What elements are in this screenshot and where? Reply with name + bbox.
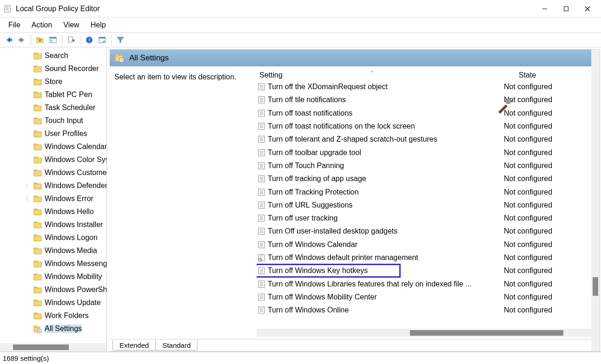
setting-row[interactable]: Turn off Windows OnlineNot configured <box>257 304 600 317</box>
svg-text:?: ? <box>88 37 91 43</box>
menu-action[interactable]: Action <box>27 19 57 31</box>
export-list-button[interactable] <box>65 34 77 46</box>
menu-file[interactable]: File <box>4 19 25 31</box>
svg-rect-23 <box>34 67 41 72</box>
window-title: Local Group Policy Editor <box>16 5 100 13</box>
svg-rect-69 <box>119 58 124 62</box>
column-header-setting[interactable]: Setting ⌃ <box>257 71 505 79</box>
minimize-button[interactable] <box>534 1 555 16</box>
tree-item[interactable]: Windows Messenger <box>0 257 106 270</box>
svg-rect-53 <box>34 262 41 267</box>
svg-rect-31 <box>34 119 41 124</box>
folder-icon <box>33 130 42 137</box>
tree-item[interactable]: Work Folders <box>0 309 106 322</box>
setting-icon <box>258 175 266 183</box>
tree-item-label: Windows Calendar <box>45 143 106 151</box>
setting-row[interactable]: Turn off tracking of app usageNot config… <box>257 172 600 185</box>
tree-item[interactable]: Windows Media <box>0 244 106 257</box>
setting-row[interactable]: Turn off Windows Libraries features that… <box>257 277 600 290</box>
setting-state: Not configured <box>504 214 578 222</box>
forward-button[interactable] <box>16 34 28 46</box>
column-header-state[interactable]: State <box>505 71 575 79</box>
tree-item[interactable]: Windows Hello <box>0 205 106 218</box>
help-button[interactable]: ? <box>83 34 95 46</box>
setting-icon <box>258 280 266 288</box>
tree-item[interactable]: Touch Input <box>0 114 106 127</box>
back-button[interactable] <box>3 34 15 46</box>
setting-state: Not configured <box>504 175 578 183</box>
svg-rect-15 <box>68 37 73 42</box>
setting-row[interactable]: Turn off Windows default printer managem… <box>257 251 600 264</box>
setting-state: Not configured <box>504 293 578 301</box>
tree-item[interactable]: 〉Windows Defender <box>0 179 106 192</box>
tree-item-all-settings[interactable]: All Settings <box>0 322 106 335</box>
svg-rect-21 <box>34 54 41 59</box>
tree-item[interactable]: Search <box>0 49 106 62</box>
right-vertical-scrollbar[interactable] <box>591 50 600 351</box>
right-pane: All Settings Select an item to view its … <box>110 49 600 351</box>
svg-rect-33 <box>34 132 41 137</box>
setting-row[interactable]: Turn off user trackingNot configured <box>257 212 600 225</box>
properties-button[interactable] <box>96 34 108 46</box>
folder-icon <box>33 286 42 293</box>
tree-item-label: Search <box>45 52 68 60</box>
tree-item[interactable]: Task Scheduler <box>0 101 106 114</box>
filter-button[interactable] <box>114 34 126 46</box>
setting-name: Turn Off user-installed desktop gadgets <box>268 227 504 235</box>
tree-item[interactable]: Windows Update <box>0 296 106 309</box>
tab-extended[interactable]: Extended <box>112 340 156 351</box>
setting-row[interactable]: Turn off tile notificationsNot configure… <box>257 93 600 106</box>
setting-row[interactable]: Turn off Tracking ProtectionNot configur… <box>257 185 600 198</box>
tab-standard[interactable]: Standard <box>155 340 198 351</box>
svg-rect-49 <box>34 236 41 241</box>
setting-row[interactable]: Turn Off user-installed desktop gadgetsN… <box>257 225 600 238</box>
folder-icon <box>33 195 42 202</box>
expand-caret-icon[interactable]: 〉 <box>25 195 32 202</box>
setting-row[interactable]: Turn off toolbar upgrade toolNot configu… <box>257 146 600 159</box>
folder-icon <box>33 156 42 163</box>
tree-item[interactable]: Store <box>0 75 106 88</box>
tree-item[interactable]: Windows Installer <box>0 218 106 231</box>
close-button[interactable] <box>577 1 598 16</box>
tree-item[interactable]: 〉Windows Error <box>0 192 106 205</box>
up-folder-button[interactable] <box>34 34 46 46</box>
tree-item[interactable]: Windows Color System <box>0 153 106 166</box>
tree-item-label: User Profiles <box>45 130 87 138</box>
tree-item[interactable]: Windows Calendar <box>0 140 106 153</box>
tree-item[interactable]: User Profiles <box>0 127 106 140</box>
settings-list[interactable]: Turn off the XDomainRequest objectNot co… <box>257 80 600 329</box>
tree-item[interactable]: Windows Logon <box>0 231 106 244</box>
tree-list[interactable]: SearchSound RecorderStoreTablet PC PenTa… <box>0 47 106 343</box>
tree-item[interactable]: Windows PowerShell <box>0 283 106 296</box>
settings-list-column: Setting ⌃ State Turn off the XDomainRequ… <box>257 66 600 339</box>
expand-caret-icon[interactable]: 〉 <box>25 182 32 189</box>
setting-row[interactable]: Turn off Windows Key hotkeysNot configur… <box>257 264 600 277</box>
folder-icon <box>33 65 42 72</box>
svg-rect-59 <box>34 301 41 306</box>
tree-item-label: Sound Recorder <box>45 65 99 73</box>
setting-row[interactable]: Turn off toast notificationsNot configur… <box>257 107 600 120</box>
show-hide-tree-button[interactable] <box>47 34 59 46</box>
tree-item[interactable]: Windows Mobility <box>0 270 106 283</box>
list-horizontal-scrollbar[interactable] <box>257 329 600 337</box>
menu-view[interactable]: View <box>59 19 84 31</box>
setting-row[interactable]: Turn off URL SuggestionsNot configured <box>257 199 600 212</box>
svg-rect-63 <box>34 326 37 327</box>
setting-row[interactable]: Turn off Windows CalendarNot configured <box>257 238 600 251</box>
setting-row[interactable]: Turn off tolerant and Z-shaped scratch-o… <box>257 133 600 146</box>
tree-item[interactable]: Tablet PC Pen <box>0 88 106 101</box>
tree-horizontal-scrollbar[interactable] <box>0 343 106 351</box>
tree-item[interactable]: Sound Recorder <box>0 62 106 75</box>
menu-help[interactable]: Help <box>86 19 111 31</box>
svg-rect-51 <box>34 249 41 254</box>
setting-state: Not configured <box>504 162 578 170</box>
tree-item[interactable]: Windows Customer <box>0 166 106 179</box>
setting-name: Turn off toast notifications <box>268 109 504 117</box>
setting-row[interactable]: Turn off Touch PanningNot configured <box>257 159 600 172</box>
maximize-button[interactable] <box>555 1 577 16</box>
setting-row[interactable]: Turn off Windows Mobility CenterNot conf… <box>257 291 600 304</box>
tree-item-label: Work Folders <box>45 312 89 320</box>
setting-row[interactable]: Turn off toast notifications on the lock… <box>257 120 600 133</box>
tree-item-label: Windows PowerShell <box>45 286 106 294</box>
setting-row[interactable]: Turn off the XDomainRequest objectNot co… <box>257 80 600 93</box>
